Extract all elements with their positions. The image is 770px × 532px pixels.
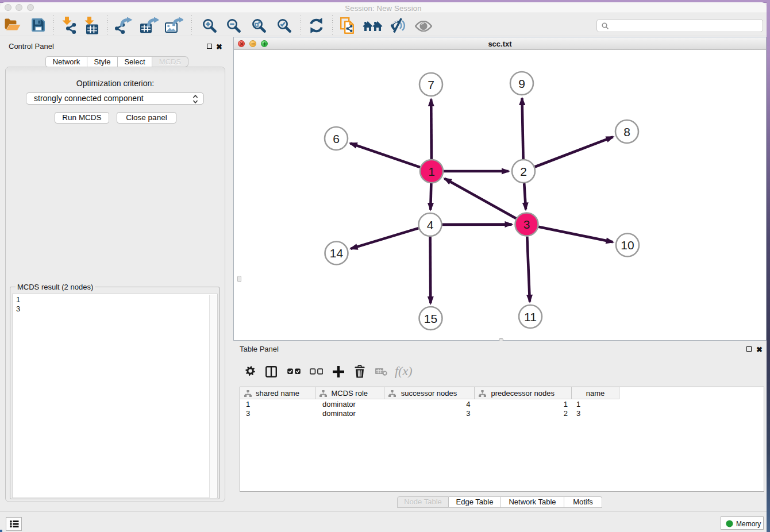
svg-text:15: 15 (424, 312, 437, 325)
svg-text:14: 14 (330, 246, 344, 260)
svg-text:4: 4 (427, 218, 434, 232)
svg-text:1: 1 (428, 165, 435, 178)
svg-text:2: 2 (520, 165, 527, 178)
svg-text:3: 3 (523, 218, 530, 231)
svg-text:8: 8 (623, 125, 630, 138)
svg-text:9: 9 (518, 77, 525, 90)
svg-text:6: 6 (333, 132, 340, 145)
svg-text:7: 7 (428, 78, 434, 91)
svg-text:10: 10 (621, 238, 634, 252)
svg-text:11: 11 (524, 310, 537, 323)
